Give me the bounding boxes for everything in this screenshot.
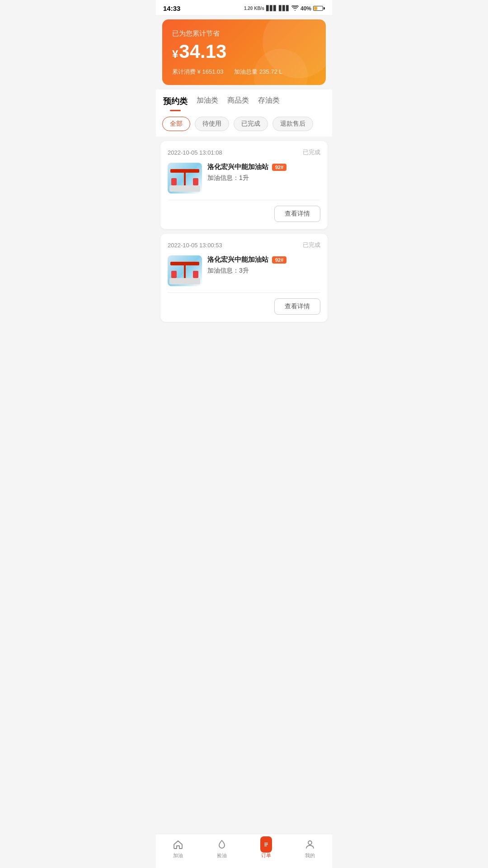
network-speed: 1.20 KB/s (244, 6, 264, 11)
user-icon (304, 839, 316, 850)
station-name: 洛化宏兴中能加油站 (207, 255, 268, 264)
svg-point-4 (308, 841, 312, 844)
savings-banner: 已为您累计节省 ¥ 34.13 累计消费 ¥ 1651.03 加油总量 235.… (162, 19, 326, 85)
status-time: 14:33 (163, 5, 180, 12)
tab-reservation[interactable]: 预约类 (163, 96, 188, 111)
category-tabs: 预约类 加油类 商品类 存油类 (156, 90, 332, 111)
order-date: 2022-10-05 13:00:53 (168, 242, 222, 249)
drop-icon (216, 839, 228, 850)
battery-percentage: 40% (300, 5, 311, 12)
tab-fuel[interactable]: 加油类 (197, 96, 218, 111)
nav-label-order: 订单 (261, 852, 271, 859)
fuel-grade-badge: 92# (272, 164, 286, 171)
nav-item-order[interactable]: 订单 (244, 839, 288, 859)
filter-refund[interactable]: 退款售后 (272, 117, 313, 131)
station-name-row: 洛化宏兴中能加油站 92# (207, 255, 320, 264)
consumption-label: 累计消费 ¥ 1651.03 (172, 68, 223, 76)
order-body: 洛化宏兴中能加油站 92# 加油信息：1升 (168, 163, 320, 200)
banner-label: 已为您累计节省 (172, 29, 316, 38)
filter-bar: 全部 待使用 已完成 退款售后 (156, 111, 332, 137)
status-icons: 1.20 KB/s ▋▋▋ ▋▋▋ 40% (244, 5, 325, 12)
nav-label-fuel: 加油 (173, 852, 183, 859)
view-detail-button[interactable]: 查看详情 (274, 206, 320, 222)
nav-item-fuel[interactable]: 加油 (156, 839, 200, 859)
order-footer: 查看详情 (168, 293, 320, 315)
fuel-info: 加油信息：3升 (207, 267, 320, 275)
order-status: 已完成 (303, 241, 320, 249)
station-name-row: 洛化宏兴中能加油站 92# (207, 163, 320, 171)
wifi-icon (291, 5, 299, 12)
nav-label-profile: 我的 (305, 852, 315, 859)
order-card: 2022-10-05 13:00:53 已完成 洛化宏兴中能加油站 92# 加油… (160, 234, 328, 322)
fuel-grade-badge: 92# (272, 256, 286, 264)
nav-item-pickup[interactable]: 捡油 (200, 839, 244, 859)
order-header: 2022-10-05 13:01:08 已完成 (168, 148, 320, 156)
station-image (168, 255, 202, 286)
banner-stats: 累计消费 ¥ 1651.03 加油总量 235.72 L (172, 68, 316, 76)
signal-4g-2: ▋▋▋ (279, 5, 290, 11)
savings-amount: 34.13 (179, 41, 226, 62)
order-header: 2022-10-05 13:00:53 已完成 (168, 241, 320, 249)
orders-list: 2022-10-05 13:01:08 已完成 洛化宏兴中能加油站 92# 加油… (156, 141, 332, 363)
banner-amount: ¥ 34.13 (172, 41, 316, 62)
home-icon (172, 839, 184, 850)
tab-goods[interactable]: 商品类 (227, 96, 249, 111)
bottom-nav: 加油 捡油 订单 (156, 834, 332, 868)
currency-symbol: ¥ (172, 48, 178, 61)
order-date: 2022-10-05 13:01:08 (168, 149, 222, 156)
station-name: 洛化宏兴中能加油站 (207, 163, 268, 171)
order-status: 已完成 (303, 148, 320, 156)
tab-store-fuel[interactable]: 存油类 (258, 96, 280, 111)
view-detail-button[interactable]: 查看详情 (274, 298, 320, 315)
order-footer: 查看详情 (168, 200, 320, 222)
nav-item-profile[interactable]: 我的 (288, 839, 333, 859)
fuel-total-label: 加油总量 235.72 L (234, 68, 282, 76)
battery-icon (313, 6, 325, 11)
nav-label-pickup: 捡油 (217, 852, 227, 859)
status-bar: 14:33 1.20 KB/s ▋▋▋ ▋▋▋ 40% (156, 0, 332, 15)
order-body: 洛化宏兴中能加油站 92# 加油信息：3升 (168, 255, 320, 293)
order-card: 2022-10-05 13:01:08 已完成 洛化宏兴中能加油站 92# 加油… (160, 141, 328, 229)
filter-pending[interactable]: 待使用 (195, 117, 229, 131)
fuel-info: 加油信息：1升 (207, 174, 320, 182)
signal-4g-1: ▋▋▋ (266, 5, 277, 11)
order-info: 洛化宏兴中能加油站 92# 加油信息：3升 (207, 255, 320, 275)
station-image (168, 163, 202, 193)
filter-completed[interactable]: 已完成 (234, 117, 268, 131)
order-info: 洛化宏兴中能加油站 92# 加油信息：1升 (207, 163, 320, 182)
order-icon (260, 839, 272, 850)
filter-all[interactable]: 全部 (162, 117, 190, 131)
